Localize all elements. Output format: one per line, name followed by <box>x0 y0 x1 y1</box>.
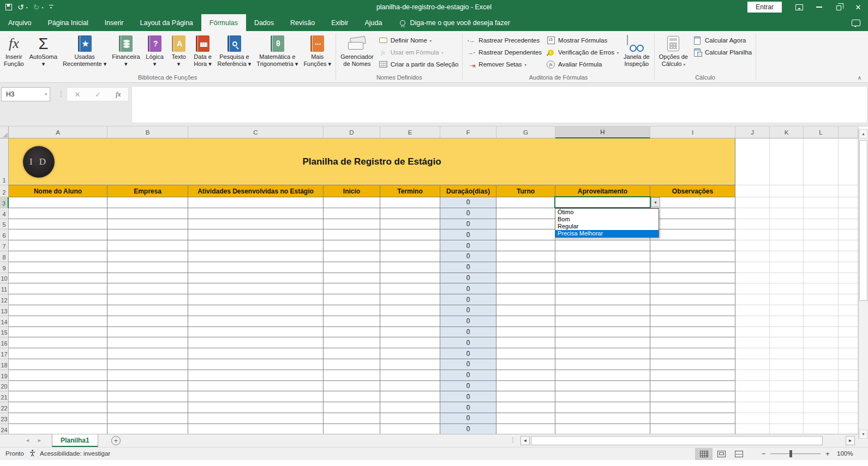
save-icon[interactable] <box>5 4 12 10</box>
cell-F5[interactable]: 0 <box>440 219 496 230</box>
cell[interactable] <box>770 138 804 185</box>
table-header-nome-do-aluno[interactable]: Nome do Aluno <box>9 185 107 197</box>
cell-E19[interactable] <box>380 370 440 381</box>
cell-E21[interactable] <box>380 391 440 402</box>
cell[interactable] <box>839 316 858 327</box>
ribbon-tab-revisao[interactable]: Revisão <box>282 14 323 31</box>
cell-B6[interactable] <box>107 229 188 240</box>
cell-H8[interactable] <box>555 251 650 262</box>
cell[interactable] <box>839 305 858 316</box>
cell-I11[interactable] <box>650 283 735 294</box>
cell-B24[interactable] <box>107 424 188 434</box>
cell-D12[interactable] <box>324 294 380 305</box>
cell-B10[interactable] <box>107 273 188 284</box>
cell[interactable] <box>770 251 804 262</box>
cell-I6[interactable] <box>650 229 735 240</box>
cell-C11[interactable] <box>188 283 324 294</box>
selected-cell-H3[interactable] <box>554 196 651 208</box>
ribbon-button-mais-funcoes[interactable]: •••MaisFunções ▾ <box>301 32 334 68</box>
cell-I10[interactable] <box>650 273 735 284</box>
cell[interactable] <box>839 359 858 370</box>
cell-D14[interactable] <box>324 316 380 327</box>
cell-H18[interactable] <box>555 359 650 370</box>
cell[interactable] <box>770 219 804 230</box>
cell-G12[interactable] <box>496 294 555 305</box>
cell-C20[interactable] <box>188 381 324 392</box>
button-criar-a-partir-da-selecao[interactable]: Criar a partir da Seleção <box>376 58 461 70</box>
cell[interactable] <box>735 251 770 262</box>
cell[interactable] <box>804 327 839 338</box>
cell[interactable] <box>770 305 804 316</box>
insert-function-icon[interactable]: fx <box>116 90 121 99</box>
zoom-slider-track[interactable] <box>770 453 821 454</box>
cell-I7[interactable] <box>650 240 735 251</box>
cell-A18[interactable] <box>9 359 107 370</box>
cell-D16[interactable] <box>324 337 380 348</box>
calculation-options-button[interactable]: Opções de Cálculo ▾ <box>656 32 691 68</box>
table-header-aproveitamento[interactable]: Aproveitamento <box>555 185 650 197</box>
cell-C15[interactable] <box>188 327 324 338</box>
cell-A12[interactable] <box>9 294 107 305</box>
cell-D24[interactable] <box>324 424 380 434</box>
cell[interactable] <box>839 283 858 294</box>
cell-G16[interactable] <box>496 337 555 348</box>
cell-C8[interactable] <box>188 251 324 262</box>
row-header-13[interactable]: 13 <box>0 305 9 316</box>
cell[interactable] <box>770 283 804 294</box>
cancel-icon[interactable]: ✕ <box>74 90 80 99</box>
cell-G20[interactable] <box>496 381 555 392</box>
cell-G17[interactable] <box>496 348 555 359</box>
cell-F3[interactable]: 0 <box>440 197 496 208</box>
column-header-F[interactable]: F <box>440 126 496 138</box>
cell-H22[interactable] <box>555 402 650 413</box>
undo-chevron-icon[interactable]: ▾ <box>26 5 28 9</box>
ribbon-tab-dados[interactable]: Dados <box>246 14 282 31</box>
cell-E14[interactable] <box>380 316 440 327</box>
cell-E6[interactable] <box>380 229 440 240</box>
cell[interactable] <box>839 197 858 208</box>
cell-A3[interactable] <box>9 197 107 208</box>
cell[interactable] <box>770 316 804 327</box>
watch-window-button[interactable]: Janela de Inspeção <box>621 32 653 68</box>
cell[interactable] <box>735 424 770 434</box>
cell[interactable] <box>735 402 770 413</box>
cell[interactable] <box>804 370 839 381</box>
column-header-E[interactable]: E <box>380 126 440 138</box>
cell-H11[interactable] <box>555 283 650 294</box>
enter-icon[interactable]: ✓ <box>95 90 101 99</box>
cell-I5[interactable] <box>650 219 735 230</box>
table-header-duracao-dias[interactable]: Duração(dias) <box>440 185 496 197</box>
cell-A16[interactable] <box>9 337 107 348</box>
cell-F14[interactable]: 0 <box>440 316 496 327</box>
row-header-22[interactable]: 22 <box>0 402 9 413</box>
cell-G21[interactable] <box>496 391 555 402</box>
cell-E24[interactable] <box>380 424 440 434</box>
cell[interactable] <box>804 381 839 392</box>
cell-F13[interactable]: 0 <box>440 305 496 316</box>
cell[interactable] <box>735 391 770 402</box>
cell[interactable] <box>770 229 804 240</box>
cell-D17[interactable] <box>324 348 380 359</box>
cell-I24[interactable] <box>650 424 735 434</box>
button-rastrear-dependentes[interactable]: Rastrear Dependentes <box>464 46 544 58</box>
cell-B22[interactable] <box>107 402 188 413</box>
button-avaliar-formula[interactable]: Avaliar Fórmula <box>544 58 621 70</box>
cell-E20[interactable] <box>380 381 440 392</box>
cell-I8[interactable] <box>650 251 735 262</box>
cell-D19[interactable] <box>324 370 380 381</box>
cell-I20[interactable] <box>650 381 735 392</box>
button-mostrar-formulas[interactable]: Mostrar Fórmulas <box>544 34 621 46</box>
cell-D15[interactable] <box>324 327 380 338</box>
cell[interactable] <box>839 348 858 359</box>
cell-D9[interactable] <box>324 262 380 273</box>
cell-D23[interactable] <box>324 413 380 424</box>
cell-E13[interactable] <box>380 305 440 316</box>
column-header-G[interactable]: G <box>496 126 555 138</box>
cell-D3[interactable] <box>324 197 380 208</box>
cell-G14[interactable] <box>496 316 555 327</box>
ribbon-tab-ajuda[interactable]: Ajuda <box>356 14 390 31</box>
cell[interactable] <box>735 262 770 273</box>
cell-G6[interactable] <box>496 229 555 240</box>
page-break-view-button[interactable] <box>730 448 747 460</box>
row-header-18[interactable]: 18 <box>0 359 9 370</box>
